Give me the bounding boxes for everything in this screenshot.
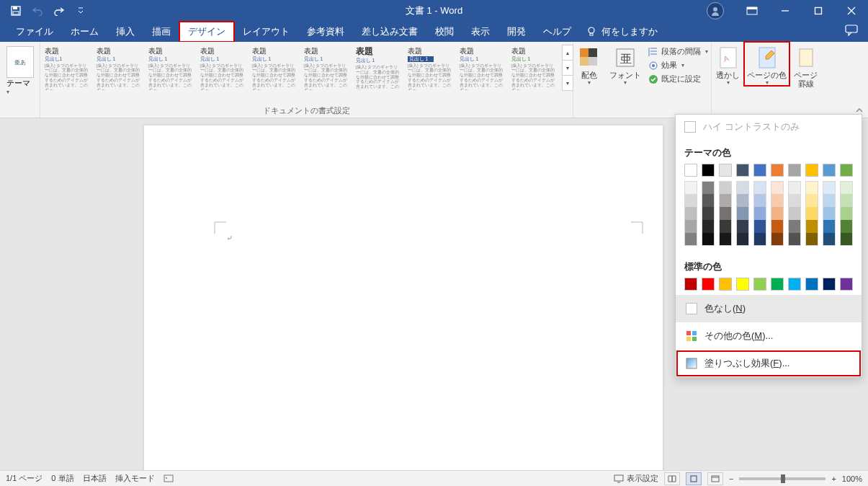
color-swatch[interactable] <box>823 194 836 207</box>
ribbon-display-button[interactable] <box>735 0 769 22</box>
tab-校閲[interactable]: 校閲 <box>426 22 462 42</box>
paragraph-spacing-button[interactable]: 段落の間隔▾ <box>648 46 708 57</box>
color-swatch[interactable] <box>684 194 697 207</box>
color-swatch[interactable] <box>771 181 784 194</box>
style-set-item[interactable]: 表題見出し 1[挿入] タブのギャラリーには、文書の全体的な外観に合わせて調整す… <box>457 45 509 91</box>
zoom-slider[interactable] <box>739 477 826 480</box>
page[interactable]: ⤶ <box>144 125 663 470</box>
color-swatch[interactable] <box>684 164 697 177</box>
color-swatch[interactable] <box>823 207 836 220</box>
color-swatch[interactable] <box>736 181 749 194</box>
no-color-item[interactable]: 色なし(N) <box>676 295 862 322</box>
color-swatch[interactable] <box>753 220 766 233</box>
high-contrast-only[interactable]: ハイ コントラストのみ <box>676 115 862 139</box>
zoom-percent[interactable]: 100% <box>842 474 862 483</box>
color-swatch[interactable] <box>684 278 697 291</box>
status-words[interactable]: 0 単語 <box>51 473 73 484</box>
status-language[interactable]: 日本語 <box>83 473 107 484</box>
undo-button[interactable] <box>27 1 48 21</box>
comments-icon[interactable] <box>845 25 858 39</box>
status-mode[interactable]: 挿入モード <box>115 473 155 484</box>
color-swatch[interactable] <box>788 207 801 220</box>
tell-me[interactable]: 何をしますか <box>586 25 658 38</box>
color-swatch[interactable] <box>736 278 749 291</box>
macro-record-icon[interactable] <box>164 473 174 485</box>
color-swatch[interactable] <box>788 220 801 233</box>
style-set-item[interactable]: 表題見出し 1[挿入] タブのギャラリーには、文書の全体的な外観に合わせて調整す… <box>146 45 197 91</box>
themes-button[interactable]: 亜あ <box>6 46 34 78</box>
color-swatch[interactable] <box>823 164 836 177</box>
color-swatch[interactable] <box>788 278 801 291</box>
color-swatch[interactable] <box>702 164 715 177</box>
color-swatch[interactable] <box>840 181 853 194</box>
maximize-button[interactable] <box>802 0 835 22</box>
style-set-item[interactable]: 表題見出し 1[挿入] タブのギャラリーには、文書の全体的な外観に合わせて調整す… <box>301 45 353 91</box>
color-swatch[interactable] <box>719 233 732 246</box>
more-colors-item[interactable]: その他の色(M)... <box>676 322 862 350</box>
color-swatch[interactable] <box>805 278 818 291</box>
tab-開発[interactable]: 開発 <box>498 22 534 42</box>
page-color-button[interactable]: ページの色 ▾ <box>744 42 789 86</box>
color-swatch[interactable] <box>753 194 766 207</box>
color-swatch[interactable] <box>788 233 801 246</box>
color-swatch[interactable] <box>753 207 766 220</box>
color-swatch[interactable] <box>719 207 732 220</box>
fill-effects-item[interactable]: 塗りつぶし効果(F)... <box>676 350 862 377</box>
color-swatch[interactable] <box>805 220 818 233</box>
gallery-down-button[interactable]: ▾ <box>563 61 573 76</box>
read-mode-button[interactable] <box>664 472 680 485</box>
style-set-item[interactable]: 表題見出し 1[挿入] タブのギャラリーには、文書の全体的な外観に合わせて調整す… <box>509 45 560 91</box>
color-swatch[interactable] <box>753 278 766 291</box>
tab-表示[interactable]: 表示 <box>462 22 498 42</box>
color-swatch[interactable] <box>840 220 853 233</box>
color-swatch[interactable] <box>840 194 853 207</box>
display-settings-button[interactable]: 表示設定 <box>614 473 658 484</box>
colors-button[interactable]: 配色 ▾ <box>573 42 605 86</box>
color-swatch[interactable] <box>840 207 853 220</box>
color-swatch[interactable] <box>771 278 784 291</box>
close-button[interactable] <box>835 0 868 22</box>
color-swatch[interactable] <box>736 233 749 246</box>
color-swatch[interactable] <box>719 220 732 233</box>
print-layout-button[interactable] <box>686 472 702 485</box>
color-swatch[interactable] <box>702 233 715 246</box>
qat-customize-button[interactable] <box>71 1 91 21</box>
color-swatch[interactable] <box>702 194 715 207</box>
fonts-button[interactable]: 亜 フォント ▾ <box>605 42 645 86</box>
color-swatch[interactable] <box>771 207 784 220</box>
gallery-scroll-buttons[interactable]: ▴ ▾ ▾ <box>562 45 573 91</box>
account-avatar[interactable] <box>707 2 724 19</box>
color-swatch[interactable] <box>719 164 732 177</box>
style-set-item[interactable]: 表題見出し 1[挿入] タブのギャラリーには、文書の全体的な外観に合わせて調整す… <box>353 45 405 91</box>
color-swatch[interactable] <box>805 181 818 194</box>
tab-ホーム[interactable]: ホーム <box>62 22 107 42</box>
gallery-up-button[interactable]: ▴ <box>563 45 573 61</box>
tab-差し込み文書[interactable]: 差し込み文書 <box>353 22 426 42</box>
color-swatch[interactable] <box>771 194 784 207</box>
tab-参考資料[interactable]: 参考資料 <box>298 22 353 42</box>
color-swatch[interactable] <box>788 194 801 207</box>
zoom-in-button[interactable]: + <box>831 474 836 483</box>
color-swatch[interactable] <box>771 220 784 233</box>
color-swatch[interactable] <box>736 207 749 220</box>
color-swatch[interactable] <box>684 181 697 194</box>
color-swatch[interactable] <box>788 164 801 177</box>
color-swatch[interactable] <box>823 278 836 291</box>
effects-button[interactable]: 効果▾ <box>648 60 708 71</box>
color-swatch[interactable] <box>753 181 766 194</box>
save-button[interactable] <box>6 1 26 21</box>
style-set-gallery[interactable]: 表題見出し1[挿入] タブのギャラリーには、文書の全体的な外観に合わせて調整する… <box>40 42 562 91</box>
tab-挿入[interactable]: 挿入 <box>107 22 143 42</box>
color-swatch[interactable] <box>753 233 766 246</box>
status-page[interactable]: 1/1 ページ <box>6 473 42 484</box>
color-swatch[interactable] <box>840 164 853 177</box>
color-swatch[interactable] <box>719 181 732 194</box>
color-swatch[interactable] <box>702 220 715 233</box>
tab-描画[interactable]: 描画 <box>143 22 179 42</box>
color-swatch[interactable] <box>702 181 715 194</box>
color-swatch[interactable] <box>753 164 766 177</box>
color-swatch[interactable] <box>805 194 818 207</box>
style-set-item[interactable]: 表題見出し1[挿入] タブのギャラリーには、文書の全体的な外観に合わせて調整する… <box>42 45 94 91</box>
color-swatch[interactable] <box>840 278 853 291</box>
color-swatch[interactable] <box>823 181 836 194</box>
